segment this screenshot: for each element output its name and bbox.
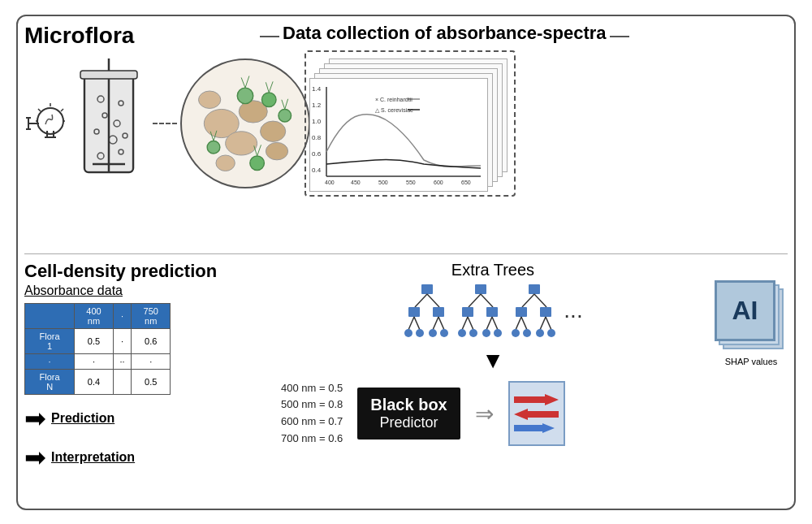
extra-trees-label: Extra Trees [451,261,534,279]
svg-text:△ S. cerevisiae: △ S. cerevisiae [375,107,413,113]
svg-point-79 [440,329,448,337]
svg-rect-84 [486,307,498,317]
svg-line-75 [438,317,444,330]
svg-text:1.0: 1.0 [312,118,322,125]
connector-line [260,36,279,37]
svg-rect-71 [433,307,444,317]
svg-point-102 [512,329,520,337]
svg-line-9 [61,109,63,111]
table-cell-floraN-400: 0.4 [75,369,114,394]
svg-line-72 [408,317,414,330]
svg-point-43 [250,155,265,170]
svg-line-74 [433,317,438,330]
table-cell-flora1-dot: · [113,328,132,353]
svg-point-46 [279,109,292,122]
svg-rect-67 [421,284,433,294]
table-header-dot: · [113,303,132,328]
cell-density-title: Cell-density prediction [24,261,268,282]
spectra-stack: 1.4 1.2 1.0 0.8 0.6 0.4 400 450 500 550 … [304,50,516,197]
svg-point-34 [237,88,253,104]
output-arrow-small-icon [514,423,559,433]
svg-line-38 [266,82,269,93]
prediction-label: Prediction [51,411,114,426]
svg-line-45 [257,145,261,156]
svg-point-32 [266,142,287,159]
svg-rect-70 [408,307,420,317]
svg-text:450: 450 [351,180,361,185]
table-header-400nm: 400nm [75,303,114,328]
black-box-row: 400 nm = 0.5 500 nm = 0.8 600 nm = 0.7 7… [281,380,565,448]
svg-line-69 [427,294,439,307]
svg-line-98 [516,317,521,330]
cell-density-section: Cell-density prediction Absorbance data … [24,261,268,502]
svg-text:× C. reinhardtii: × C. reinhardtii [375,97,412,102]
svg-line-82 [481,294,493,307]
connector-line-2 [610,36,629,37]
svg-point-37 [261,92,276,106]
spectra-card-front: 1.4 1.2 1.0 0.8 0.6 0.4 400 450 500 550 … [309,78,488,192]
dashed-arrow [153,123,177,124]
ellipsis-icon: ··· [564,302,582,328]
svg-marker-107 [514,409,559,420]
spectra-chart: 1.4 1.2 1.0 0.8 0.6 0.4 400 450 500 550 … [310,79,489,193]
ai-box-container: AI [715,280,788,353]
prediction-arrow-icon: ➡ [24,403,46,434]
interpretation-arrow-icon: ➡ [24,442,46,473]
svg-text:1.4: 1.4 [312,85,322,93]
svg-line-39 [269,81,273,93]
bioreactor-icon [68,58,149,188]
svg-rect-97 [540,307,551,317]
svg-line-81 [469,294,481,307]
data-collection-section: Data collection of absorbance-spectra ⚡ [252,23,788,197]
table-cell-floraN-750: 0.5 [132,369,171,394]
svg-marker-108 [514,423,555,433]
svg-rect-80 [475,284,486,294]
data-collection-title: Data collection of absorbance-spectra [283,23,607,44]
svg-line-87 [486,317,492,330]
microbe-illustration [182,60,309,187]
table-header-750nm: 750nm [132,303,171,328]
svg-line-101 [546,317,551,330]
table-cell-dots-1: · [75,353,114,369]
svg-point-40 [207,141,220,154]
svg-point-30 [261,121,286,141]
main-container: Microflora [16,15,796,510]
svg-line-48 [285,98,288,109]
table-cell-dots-3: · [132,353,171,369]
interpretation-label: Interpretation [51,450,135,465]
svg-rect-96 [516,307,527,317]
output-arrows-box [508,381,565,446]
title-row: Data collection of absorbance-spectra [260,23,629,50]
input-line-3: 600 nm = 0.7 [281,414,343,431]
black-box-title: Black box [370,396,447,414]
svg-text:1.2: 1.2 [312,102,322,109]
svg-line-35 [241,77,245,88]
down-arrow-icon: ▼ [482,348,504,374]
microflora-section: Microflora [24,23,252,188]
svg-marker-106 [514,394,559,405]
svg-point-92 [494,329,502,337]
input-line-2: 500 nm = 0.8 [281,396,343,414]
black-box-predictor: Black box Predictor [357,388,460,440]
input-line-1: 400 nm = 0.5 [281,380,343,397]
table-cell-flora1-750: 0.6 [132,328,171,353]
predictor-label: Predictor [379,414,438,431]
svg-line-100 [540,317,546,330]
svg-point-33 [216,155,235,171]
top-section: Microflora [24,23,788,254]
output-arrow-medium-icon [514,409,559,420]
table-row-flora1-label: Flora1 [25,328,75,353]
svg-point-4 [37,108,63,134]
svg-line-94 [522,294,534,307]
svg-line-68 [415,294,427,307]
svg-point-105 [547,329,555,337]
input-values: 400 nm = 0.5 500 nm = 0.8 600 nm = 0.7 7… [281,380,343,448]
table-header-empty [25,303,75,328]
input-line-4: 700 nm = 0.6 [281,431,343,448]
lightbulb-icon [24,95,65,152]
svg-line-95 [534,294,546,307]
svg-point-91 [482,329,490,337]
svg-text:0.4: 0.4 [312,167,322,174]
microbe-circle [180,58,310,188]
gray-arrow-icon: ⇒ [475,401,494,427]
